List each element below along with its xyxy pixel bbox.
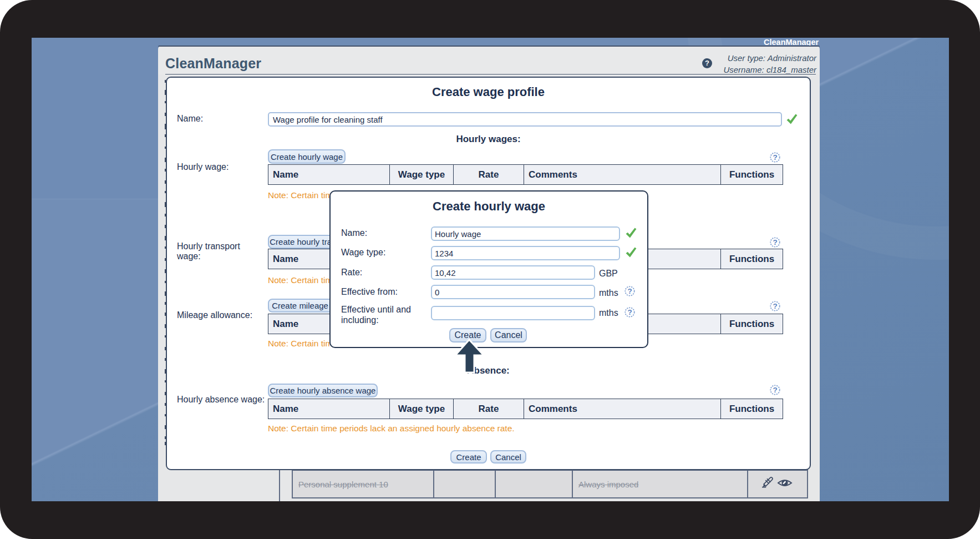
svg-text:?: ? <box>773 386 777 394</box>
svg-text:?: ? <box>627 308 632 316</box>
svg-text:?: ? <box>773 302 777 310</box>
svg-text:?: ? <box>773 238 777 246</box>
svg-text:?: ? <box>627 287 632 295</box>
svg-text:?: ? <box>773 153 777 162</box>
